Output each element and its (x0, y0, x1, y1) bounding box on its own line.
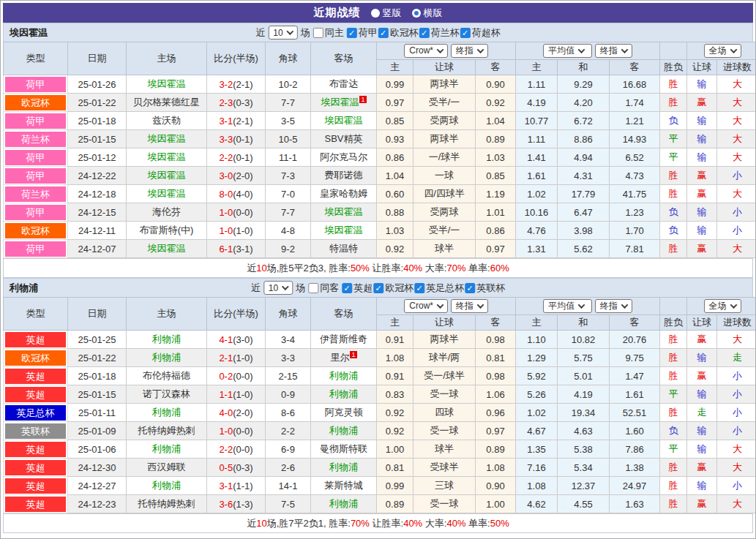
sub-wdl: 胜负 (660, 60, 687, 75)
avg-away-odds: 16.68 (610, 75, 660, 94)
result-handicap-cell: 输 (687, 222, 717, 240)
odds-source-select[interactable]: Crow* (404, 299, 448, 313)
checked-checkbox-icon[interactable]: ✓ (414, 283, 424, 293)
league-filter-checkbox[interactable]: ✓英联杯 (465, 282, 505, 295)
team-label: 特温特 (329, 243, 358, 254)
league-filter-checkbox[interactable]: ✓荷甲 (347, 26, 378, 39)
league-filter-checkbox[interactable]: ✓荷超杯 (460, 26, 501, 39)
score-cell: 1-1(1-0) (207, 385, 266, 404)
same-venue-checkbox[interactable]: 同主 (313, 26, 344, 39)
checked-checkbox-icon[interactable]: ✓ (373, 283, 383, 293)
checked-checkbox-icon[interactable]: ✓ (460, 28, 471, 38)
checkbox-icon[interactable] (308, 283, 318, 293)
league-filter-checkbox[interactable]: ✓欧冠杯 (373, 282, 413, 295)
handicap-home-odds: 1.03 (377, 222, 413, 240)
match-count-select[interactable]: 10 (268, 26, 297, 39)
final-odds-select-2[interactable]: 终指 (595, 44, 632, 58)
avg-away-odds: 4.73 (610, 167, 660, 185)
team-label: 利物浦 (329, 461, 358, 472)
final-odds-select[interactable]: 终指 (451, 44, 488, 58)
radio-icon[interactable] (371, 9, 380, 18)
league-filter-checkbox[interactable]: ✓欧冠杯 (378, 26, 419, 39)
match-count-select[interactable]: 10 (263, 281, 293, 295)
team-section: 利物浦 近 10 场 同客 ✓英超✓欧冠杯✓英足总杯✓英联杯 (3, 278, 753, 533)
col-type: 类型 (4, 298, 68, 331)
avg-home-odds: 1.08 (516, 477, 558, 495)
team-label: 埃因霍温 (321, 97, 359, 108)
radio-vertical[interactable]: 竖版 (371, 7, 402, 20)
result-handicap-cell: 赢 (687, 367, 717, 385)
score-cell: 4-1(3-0) (207, 331, 266, 349)
final-odds-select[interactable]: 终指 (451, 299, 488, 313)
checked-checkbox-icon[interactable]: ✓ (419, 28, 430, 38)
corners-cell: 2-2 (266, 422, 311, 440)
result-handicap-cell: 输 (687, 477, 717, 495)
avg-home-odds: 1.29 (516, 349, 558, 367)
result-handicap-cell: 赢 (687, 167, 717, 185)
score-cell: 1-0(0-0) (207, 422, 266, 440)
scope-select[interactable]: 全场 (704, 44, 741, 58)
sub-hc-result: 让球 (687, 60, 717, 75)
sub-avg-away: 客 (610, 60, 660, 75)
summary-segment: 70% (351, 518, 370, 529)
summary-segment: 50% (490, 518, 509, 529)
team-label: 埃因霍温 (148, 151, 186, 162)
filter-bar: 近 10 场 同主 ✓荷甲✓欧冠杯✓荷兰杯✓荷超杯 (255, 26, 500, 39)
sub-handicap: 让球 (413, 60, 476, 75)
team-label: 利物浦 (152, 443, 181, 454)
corners-cell: 4-8 (266, 222, 311, 240)
handicap-line: 球半 (413, 240, 476, 258)
scope-select[interactable]: 全场 (704, 299, 741, 313)
home-team-cell: 利物浦 (127, 331, 207, 349)
team-label: 曼彻斯特联 (320, 443, 367, 454)
match-row: 英超24-12-30西汉姆联0-5(0-3)2-6利物浦0.81受球半1.087… (4, 459, 756, 477)
league-filter-checkbox[interactable]: ✓英超 (342, 282, 373, 295)
team-label: 埃因霍温 (148, 133, 186, 144)
score-cell: 3-0(2-0) (207, 167, 266, 185)
sub-goals: 进球数 (717, 315, 756, 331)
avg-home-odds: 1.10 (516, 331, 558, 349)
team-section: 埃因霍温 近 10 场 同主 ✓荷甲✓欧冠杯✓荷兰杯✓荷超杯 (3, 23, 753, 278)
league-filter-checkbox[interactable]: ✓英足总杯 (414, 282, 464, 295)
chevron-down-icon (730, 301, 737, 309)
score-cell: 2-2(0-1) (207, 148, 266, 167)
col-type: 类型 (4, 42, 68, 75)
match-row: 荷甲25-01-18兹沃勒3-1(2-1)3-5埃因霍温0.85受两球1.041… (4, 112, 756, 130)
checked-checkbox-icon[interactable]: ✓ (342, 283, 352, 293)
result-handicap-cell: 输 (687, 112, 717, 130)
date-cell: 25-01-22 (68, 94, 127, 112)
avg-draw-odds: 4.55 (558, 495, 610, 513)
result-handicap-cell: 输 (687, 349, 717, 367)
summary-segment: 10 (256, 518, 266, 529)
odds-source-select[interactable]: Crow* (404, 44, 448, 58)
league-filter-checkbox[interactable]: ✓荷兰杯 (419, 26, 460, 39)
games-label: 场 (301, 26, 310, 39)
away-team-cell: 阿克灵顿 (311, 404, 377, 422)
result-wdl-cell: 负 (660, 222, 687, 240)
score-cell: 6-1(3-1) (207, 240, 266, 258)
league-badge: 英超 (4, 331, 68, 349)
date-cell: 24-12-18 (68, 185, 127, 203)
same-venue-checkbox[interactable]: 同客 (308, 282, 339, 295)
result-wdl-cell: 负 (660, 112, 687, 130)
handicap-line: 三球 (413, 477, 476, 495)
result-goals-cell: 大 (717, 148, 756, 167)
checkbox-icon[interactable] (313, 28, 323, 38)
home-team-cell: 埃因霍温 (127, 185, 207, 203)
score-cell: 4-0(2-0) (207, 404, 266, 422)
corners-cell: 7-7 (266, 203, 311, 222)
final-odds-select-2[interactable]: 终指 (595, 299, 632, 313)
average-select[interactable]: 平均值 (543, 299, 592, 313)
handicap-home-odds: 1.08 (377, 349, 413, 367)
radio-selected-icon[interactable] (412, 9, 421, 18)
radio-horizontal[interactable]: 横版 (412, 7, 443, 20)
avg-draw-odds: 4.63 (558, 422, 610, 440)
checked-checkbox-icon[interactable]: ✓ (378, 28, 389, 38)
average-select[interactable]: 平均值 (543, 44, 592, 58)
checked-checkbox-icon[interactable]: ✓ (347, 28, 357, 38)
checked-checkbox-icon[interactable]: ✓ (465, 283, 475, 293)
col-away: 客场 (311, 42, 377, 75)
average-select-group: 平均值 终指 (516, 298, 660, 315)
match-row: 欧冠杯25-01-22利物浦2-1(1-0)3-3里尔11.08球半/两0.81… (4, 349, 756, 367)
handicap-line: 球半/两 (413, 349, 476, 367)
